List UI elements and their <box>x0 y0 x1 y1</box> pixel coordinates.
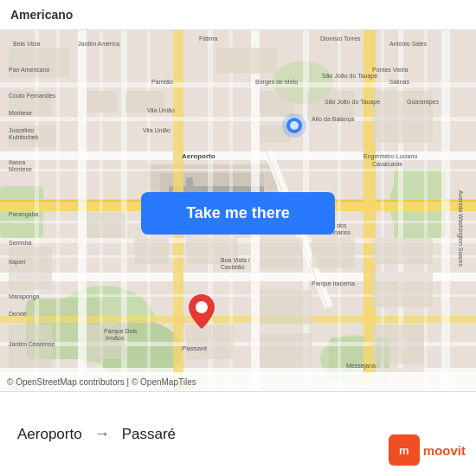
svg-rect-69 <box>372 325 424 363</box>
moovit-letter: m <box>399 444 409 457</box>
svg-text:Passaré: Passaré <box>182 344 208 352</box>
destination-label: Passaré <box>122 426 176 443</box>
moovit-icon: m <box>389 434 420 466</box>
svg-text:Salinas: Salinas <box>389 79 409 85</box>
svg-text:Avenida Washington Soares: Avenida Washington Soares <box>457 190 464 267</box>
svg-rect-50 <box>216 48 277 74</box>
svg-text:Fátima: Fátima <box>199 35 218 42</box>
arrow-icon: → <box>94 425 110 443</box>
svg-rect-47 <box>424 30 428 402</box>
svg-text:Jardim América: Jardim América <box>78 41 119 47</box>
svg-text:Cavalcante: Cavalcante <box>372 161 402 167</box>
top-bar: Americano <box>0 0 476 30</box>
destination-pin <box>189 294 215 332</box>
svg-text:Castelão: Castelão <box>221 264 245 270</box>
svg-text:Pan Americano: Pan Americano <box>9 67 50 73</box>
moovit-logo: m moovit <box>389 434 466 466</box>
svg-text:Pontes Vieira: Pontes Vieira <box>372 67 408 73</box>
svg-text:Parreão: Parreão <box>151 79 173 85</box>
take-me-there-label: Take me there <box>186 204 290 222</box>
attribution-bar: © OpenStreetMap contributors | © OpenMap… <box>0 372 476 391</box>
svg-text:Juscelino: Juscelino <box>9 127 34 133</box>
svg-text:Dionísio Torres: Dionísio Torres <box>320 35 361 42</box>
svg-text:São João do Tauape: São João do Tauape <box>325 99 380 106</box>
svg-point-121 <box>282 113 306 138</box>
svg-text:Boa Vista /: Boa Vista / <box>221 257 250 263</box>
svg-rect-67 <box>260 290 312 325</box>
svg-text:Parangaba: Parangaba <box>9 211 38 218</box>
take-me-there-button[interactable]: Take me there <box>141 192 335 235</box>
svg-text:Engenheiro Luciano: Engenheiro Luciano <box>363 153 417 160</box>
svg-rect-45 <box>338 30 341 402</box>
page-title: Americano <box>10 8 73 22</box>
svg-text:São João do Tauape: São João do Tauape <box>322 73 377 80</box>
svg-text:Kubitschek: Kubitschek <box>9 134 39 140</box>
svg-text:Borges de Melo: Borges de Melo <box>255 79 298 86</box>
moovit-text: moovit <box>423 443 466 458</box>
svg-rect-41 <box>56 30 60 402</box>
svg-text:Parque Dois: Parque Dois <box>104 328 138 335</box>
svg-text:Guararapes: Guararapes <box>407 99 439 106</box>
svg-text:Serrinha: Serrinha <box>9 240 32 246</box>
map-container: Bela Vista Jardim América Fátima Dionísi… <box>0 30 476 402</box>
attribution-text: © OpenStreetMap contributors | © OpenMap… <box>7 377 196 387</box>
svg-text:Messejana: Messejana <box>346 363 376 370</box>
svg-rect-48 <box>87 91 117 113</box>
svg-rect-54 <box>260 91 294 117</box>
svg-rect-36 <box>0 169 476 171</box>
svg-rect-71 <box>9 247 52 290</box>
svg-text:Jardim Cearense: Jardim Cearense <box>9 341 55 347</box>
svg-text:Itaoca: Itaoca <box>9 159 25 165</box>
svg-rect-63 <box>372 238 433 264</box>
svg-rect-62 <box>312 238 355 268</box>
svg-text:Alto da Balança: Alto da Balança <box>312 116 354 123</box>
svg-text:Irmãos: Irmãos <box>106 335 125 341</box>
origin-label: Aeroporto <box>17 426 82 443</box>
svg-point-122 <box>196 301 208 313</box>
svg-text:Bela Vista: Bela Vista <box>13 41 40 47</box>
svg-text:Vila União: Vila União <box>147 107 175 113</box>
svg-text:Parque Iracema: Parque Iracema <box>312 280 355 287</box>
svg-text:António Sales: António Sales <box>389 41 428 47</box>
svg-text:Montese: Montese <box>9 110 32 116</box>
svg-text:Dendê: Dendê <box>9 311 27 317</box>
svg-rect-68 <box>260 333 312 368</box>
svg-text:Itaperi: Itaperi <box>9 259 26 266</box>
svg-rect-51 <box>9 48 69 78</box>
svg-rect-61 <box>260 238 303 268</box>
svg-text:Vila União: Vila União <box>143 127 170 133</box>
svg-text:Maraponga: Maraponga <box>9 293 40 300</box>
bottom-bar: Aeroporto → Passaré m moovit <box>0 391 476 476</box>
svg-rect-58 <box>87 212 125 238</box>
svg-text:Couto Fernandes: Couto Fernandes <box>9 93 56 99</box>
svg-rect-59 <box>134 238 169 264</box>
svg-rect-18 <box>0 316 476 323</box>
svg-text:Aeroporto: Aeroporto <box>182 152 215 160</box>
svg-rect-64 <box>372 273 433 307</box>
svg-text:Montese: Montese <box>9 166 32 172</box>
